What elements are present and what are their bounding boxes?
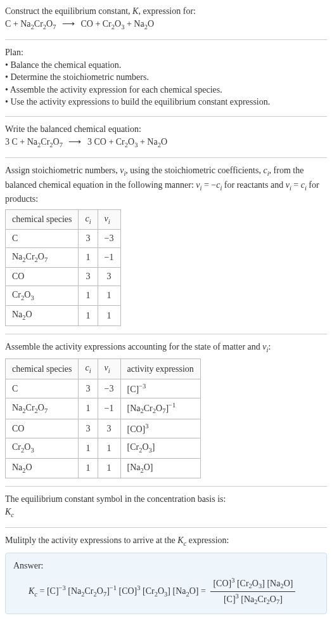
cell-nui: 1 xyxy=(98,306,120,325)
balanced-equation: 3 C + Na2Cr2O7 ⟶ 3 CO + Cr2O3 + Na2O xyxy=(5,136,327,150)
table-row: CO 3 3 xyxy=(6,268,121,286)
t: [Na xyxy=(127,404,141,413)
t: O xyxy=(26,463,32,472)
bal-rhs-b: O xyxy=(128,137,134,147)
eq-lhs-a: C + Na xyxy=(5,19,31,29)
table-row: C 3 −3 [C]−3 xyxy=(6,379,201,398)
eq-rhs-c: + Na xyxy=(124,19,144,29)
cell-nui: −3 xyxy=(98,230,120,248)
t: [Cr xyxy=(234,578,248,588)
t: O] = xyxy=(189,586,208,595)
stoich-section: Assign stoichiometric numbers, νi, using… xyxy=(5,164,327,326)
mul-a: Mulitply the activity expressions to arr… xyxy=(5,536,177,545)
table-header-row: chemical species ci νi activity expressi… xyxy=(6,359,201,379)
stoich-p-g: = xyxy=(291,180,301,190)
K: K xyxy=(5,507,11,516)
t: Cr xyxy=(12,442,21,452)
act-p-a: Assemble the activity expressions accoun… xyxy=(5,342,262,352)
eq-rhs-d: O xyxy=(148,19,154,29)
answer-label: Answer: xyxy=(13,560,319,572)
act-p-b: : xyxy=(268,342,271,352)
divider xyxy=(5,486,327,487)
plan-bullet-4: • Use the activity expressions to build … xyxy=(5,96,327,108)
t: [Na xyxy=(127,463,141,472)
eq-lhs-b: Cr xyxy=(34,19,43,29)
t: Cr xyxy=(258,594,267,603)
t: Cr xyxy=(144,404,153,413)
cell-species: CO xyxy=(6,419,79,438)
cell-nui: −1 xyxy=(98,247,120,267)
cell-species: C xyxy=(6,379,79,398)
balanced-section: Write the balanced chemical equation: 3 … xyxy=(5,123,327,150)
plan-bullet-3: • Assemble the activity expression for e… xyxy=(5,84,327,96)
eq-lhs-c: O xyxy=(46,19,53,29)
kc-symbol: Kc xyxy=(5,506,327,520)
arrow-icon: ⟶ xyxy=(68,137,81,147)
t: Cr xyxy=(85,586,94,595)
divider xyxy=(5,334,327,334)
t: [CO] xyxy=(127,424,146,434)
t: [Na xyxy=(66,586,82,595)
cell-ci: 1 xyxy=(79,286,98,305)
cell-nui: 1 xyxy=(98,286,120,305)
t: O xyxy=(38,403,44,412)
cell-nui: 3 xyxy=(98,268,120,286)
t: O xyxy=(158,586,164,595)
th-species: chemical species xyxy=(6,209,79,229)
cell-activity: [CO]3 xyxy=(120,419,200,438)
table-row: Na2O 1 1 [Na2O] xyxy=(6,458,201,478)
intro-equation: C + Na2Cr2O7 ⟶ CO + Cr2O3 + Na2O xyxy=(5,18,327,32)
cell-species: C xyxy=(6,230,79,248)
cell-ci: 1 xyxy=(79,398,98,419)
cell-ci: 1 xyxy=(79,306,98,325)
kc-symbol-para: The equilibrium constant symbol in the c… xyxy=(5,493,327,506)
t: [CO] xyxy=(213,578,231,588)
cell-nui: −1 xyxy=(98,398,120,419)
cell-nui: −3 xyxy=(98,379,120,398)
intro-section: Construct the equilibrium constant, K, e… xyxy=(5,5,327,32)
cell-ci: 1 xyxy=(79,247,98,267)
kc-symbol-section: The equilibrium constant symbol in the c… xyxy=(5,493,327,520)
sub-c: c xyxy=(11,511,14,518)
t: ] xyxy=(279,594,283,603)
stoich-p-b: , using the stoichiometric coefficients, xyxy=(125,166,263,175)
fraction-numerator: [CO]3 [Cr2O3] [Na2O] xyxy=(210,576,295,592)
table-row: C 3 −3 xyxy=(6,230,121,248)
th-nui: νi xyxy=(98,359,120,379)
cell-activity: [Na2Cr2O7]−1 xyxy=(120,398,200,419)
bal-rhs-d: O xyxy=(161,137,167,147)
t: Cr xyxy=(26,252,35,261)
cell-activity: [Na2O] xyxy=(120,458,200,478)
cell-nui: 3 xyxy=(98,419,120,438)
stoich-p-f: for reactants and xyxy=(222,180,285,190)
multiply-para: Mulitply the activity expressions to arr… xyxy=(5,534,327,548)
t: Cr xyxy=(26,403,35,412)
t: O xyxy=(142,442,148,452)
answer-box: Answer: Kc = [C]−3 [Na2Cr2O7]−1 [CO]3 [C… xyxy=(5,553,327,614)
cell-ci: 1 xyxy=(79,438,98,458)
cell-nui: 1 xyxy=(98,458,120,478)
balanced-title: Write the balanced chemical equation: xyxy=(5,123,327,136)
stoich-para: Assign stoichiometric numbers, νi, using… xyxy=(5,164,327,206)
fraction: [CO]3 [Cr2O3] [Na2O] [C]3 [Na2Cr2O7] xyxy=(210,576,295,607)
mul-b: expression: xyxy=(186,536,229,545)
cell-ci: 3 xyxy=(79,268,98,286)
activity-table: chemical species ci νi activity expressi… xyxy=(5,358,201,478)
stoich-table: chemical species ci νi C 3 −3 Na2Cr2O7 1… xyxy=(5,209,121,326)
bal-lhs-b: Cr xyxy=(41,137,49,147)
eq-rhs-a: CO + Cr xyxy=(80,19,111,29)
cell-ci: 1 xyxy=(79,458,98,478)
t: Cr xyxy=(12,290,21,299)
bal-rhs-c: + Na xyxy=(137,137,157,147)
sup: −1 xyxy=(169,402,176,409)
sup: −1 xyxy=(110,584,117,591)
intro-text-b: , expression for: xyxy=(138,6,196,16)
t: Na xyxy=(12,403,22,412)
table-row: Na2O 1 1 xyxy=(6,306,121,325)
stoich-p-e: = − xyxy=(201,180,216,190)
sub-7: 7 xyxy=(60,141,63,148)
t: [Cr xyxy=(141,586,155,595)
t: [Cr xyxy=(127,442,139,452)
t: O xyxy=(156,404,162,413)
th-activity: activity expression xyxy=(120,359,200,379)
